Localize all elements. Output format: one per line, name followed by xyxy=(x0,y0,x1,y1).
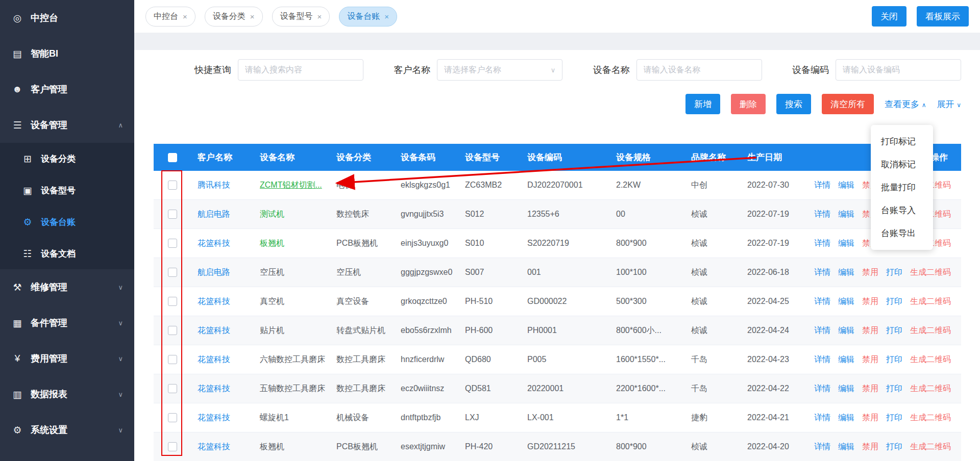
sidebar-item-data-reports[interactable]: ▥数据报表∨ xyxy=(0,376,134,412)
row-checkbox[interactable] xyxy=(168,355,177,364)
action-print[interactable]: 打印 xyxy=(886,325,902,336)
customer-name-select[interactable]: 请选择客户名称∨ xyxy=(437,59,562,81)
action-detail[interactable]: 详情 xyxy=(814,267,830,278)
customer-name-link[interactable]: 航启电路 xyxy=(191,209,254,220)
customer-name-link[interactable]: 花篮科技 xyxy=(191,325,254,336)
close-icon[interactable]: × xyxy=(384,12,389,21)
sidebar-item-device-model[interactable]: ▣设备型号 xyxy=(0,174,134,206)
tab-device-model[interactable]: 设备型号× xyxy=(272,7,330,27)
add-button[interactable]: 新增 xyxy=(685,94,720,114)
action-print[interactable]: 打印 xyxy=(886,383,902,394)
customer-name-link[interactable]: 花篮科技 xyxy=(191,413,254,423)
sidebar-item-bi[interactable]: ▤智能BI xyxy=(0,36,134,71)
action-disable[interactable]: 禁用 xyxy=(862,267,878,278)
menu-item-print-mark[interactable]: 打印标记 xyxy=(871,130,933,153)
customer-name-link[interactable]: 腾讯科技 xyxy=(191,180,254,191)
device-code-input[interactable]: 请输入设备编码 xyxy=(836,59,961,81)
row-checkbox[interactable] xyxy=(168,268,177,277)
tab-device-category[interactable]: 设备分类× xyxy=(205,7,263,27)
device-name-link[interactable]: 测试机 xyxy=(254,209,330,220)
menu-item-ledger-export[interactable]: 台账导出 xyxy=(871,222,933,245)
close-page-button[interactable]: 关闭 xyxy=(872,6,906,27)
action-detail[interactable]: 详情 xyxy=(814,354,830,365)
row-checkbox[interactable] xyxy=(168,442,177,451)
customer-name-link[interactable]: 航启电路 xyxy=(191,267,254,278)
action-disable[interactable]: 禁用 xyxy=(862,354,878,365)
action-disable[interactable]: 禁用 xyxy=(862,383,878,394)
action-edit[interactable]: 编辑 xyxy=(838,209,854,220)
sidebar-item-device-category[interactable]: ⊞设备分类 xyxy=(0,143,134,174)
action-detail[interactable]: 详情 xyxy=(814,296,830,307)
expand-link[interactable]: 展开 ∨ xyxy=(937,98,961,110)
row-checkbox[interactable] xyxy=(168,239,177,248)
action-detail[interactable]: 详情 xyxy=(814,209,830,220)
row-checkbox[interactable] xyxy=(168,297,177,306)
row-checkbox[interactable] xyxy=(168,181,177,190)
action-generate-qrcode[interactable]: 生成二维码 xyxy=(910,383,951,394)
row-checkbox[interactable] xyxy=(168,210,177,219)
action-edit[interactable]: 编辑 xyxy=(838,238,854,249)
action-detail[interactable]: 详情 xyxy=(814,180,830,191)
action-print[interactable]: 打印 xyxy=(886,296,902,307)
device-name-input[interactable]: 请输入设备名称 xyxy=(636,59,762,81)
action-edit[interactable]: 编辑 xyxy=(838,383,854,394)
action-detail[interactable]: 详情 xyxy=(814,238,830,249)
tab-device-ledger[interactable]: 设备台账× xyxy=(339,7,397,27)
menu-item-cancel-mark[interactable]: 取消标记 xyxy=(871,153,933,176)
action-generate-qrcode[interactable]: 生成二维码 xyxy=(910,267,951,278)
sidebar-item-device-management[interactable]: ☰设备管理∧ xyxy=(0,107,134,143)
close-icon[interactable]: × xyxy=(250,12,255,21)
action-generate-qrcode[interactable]: 生成二维码 xyxy=(910,325,951,336)
action-edit[interactable]: 编辑 xyxy=(838,413,854,423)
customer-name-link[interactable]: 花篮科技 xyxy=(191,238,254,249)
sidebar-item-customer-management[interactable]: ☻客户管理 xyxy=(0,71,134,107)
action-edit[interactable]: 编辑 xyxy=(838,354,854,365)
sidebar-item-device-ledger[interactable]: ⚙设备台账 xyxy=(0,206,134,238)
action-detail[interactable]: 详情 xyxy=(814,325,830,336)
customer-name-link[interactable]: 花篮科技 xyxy=(191,442,254,452)
device-name-link[interactable]: 板翘机 xyxy=(254,238,330,249)
sidebar-item-device-docs[interactable]: ☷设备文档 xyxy=(0,238,134,269)
action-generate-qrcode[interactable]: 生成二维码 xyxy=(910,354,951,365)
search-button[interactable]: 搜索 xyxy=(776,94,811,114)
action-disable[interactable]: 禁用 xyxy=(862,325,878,336)
action-detail[interactable]: 详情 xyxy=(814,413,830,423)
action-disable[interactable]: 禁用 xyxy=(862,296,878,307)
action-print[interactable]: 打印 xyxy=(886,442,902,452)
action-edit[interactable]: 编辑 xyxy=(838,180,854,191)
action-generate-qrcode[interactable]: 生成二维码 xyxy=(910,442,951,452)
sidebar-item-fee-management[interactable]: ¥费用管理∨ xyxy=(0,341,134,376)
board-display-button[interactable]: 看板展示 xyxy=(917,6,969,27)
action-detail[interactable]: 详情 xyxy=(814,442,830,452)
device-name-link[interactable]: ZCMT铝材切割... xyxy=(254,180,330,191)
delete-button[interactable]: 删除 xyxy=(731,94,766,114)
row-checkbox[interactable] xyxy=(168,384,177,393)
row-checkbox[interactable] xyxy=(168,413,177,422)
customer-name-link[interactable]: 花篮科技 xyxy=(191,354,254,365)
action-print[interactable]: 打印 xyxy=(886,354,902,365)
sidebar-item-console[interactable]: ◎中控台 xyxy=(0,0,134,36)
sidebar-item-system-settings[interactable]: ⚙系统设置∨ xyxy=(0,412,134,448)
action-disable[interactable]: 禁用 xyxy=(862,442,878,452)
close-icon[interactable]: × xyxy=(317,12,322,21)
action-edit[interactable]: 编辑 xyxy=(838,325,854,336)
view-more-link[interactable]: 查看更多 ∧ xyxy=(885,98,926,110)
action-disable[interactable]: 禁用 xyxy=(862,413,878,423)
select-all-checkbox[interactable] xyxy=(168,153,177,162)
tab-console[interactable]: 中控台× xyxy=(145,7,195,27)
action-detail[interactable]: 详情 xyxy=(814,383,830,394)
close-icon[interactable]: × xyxy=(183,12,187,21)
clear-all-button[interactable]: 清空所有 xyxy=(822,94,874,114)
action-edit[interactable]: 编辑 xyxy=(838,442,854,452)
action-print[interactable]: 打印 xyxy=(886,267,902,278)
action-generate-qrcode[interactable]: 生成二维码 xyxy=(910,413,951,423)
action-edit[interactable]: 编辑 xyxy=(838,296,854,307)
customer-name-link[interactable]: 花篮科技 xyxy=(191,296,254,307)
sidebar-item-maintenance-management[interactable]: ⚒维修管理∨ xyxy=(0,269,134,305)
menu-item-ledger-import[interactable]: 台账导入 xyxy=(871,199,933,222)
quick-search-input[interactable]: 请输入搜索内容 xyxy=(238,59,363,81)
action-print[interactable]: 打印 xyxy=(886,413,902,423)
menu-item-batch-print[interactable]: 批量打印 xyxy=(871,176,933,199)
row-checkbox[interactable] xyxy=(168,326,177,335)
sidebar-item-spare-parts-management[interactable]: ▦备件管理∨ xyxy=(0,305,134,341)
